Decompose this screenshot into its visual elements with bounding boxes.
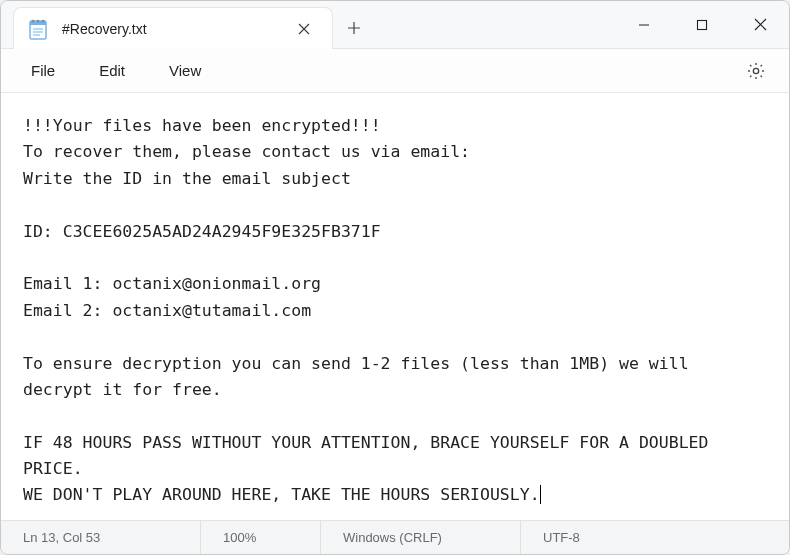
minimize-button[interactable]: [615, 1, 673, 48]
menubar: File Edit View: [1, 49, 789, 93]
close-icon: [298, 23, 310, 35]
text-line: !!!Your files have been encrypted!!!: [23, 116, 381, 135]
svg-point-16: [753, 68, 758, 73]
text-line: Email 2: octanix@tutamail.com: [23, 301, 311, 320]
maximize-icon: [696, 19, 708, 31]
svg-point-4: [42, 19, 45, 22]
notepad-icon: [28, 18, 48, 40]
minimize-icon: [638, 19, 650, 31]
close-window-button[interactable]: [731, 1, 789, 48]
close-tab-button[interactable]: [290, 15, 318, 43]
document-tab[interactable]: #Recovery.txt: [13, 7, 333, 49]
status-line-ending[interactable]: Windows (CRLF): [321, 521, 521, 554]
window-controls: [615, 1, 789, 48]
tab-title: #Recovery.txt: [62, 21, 290, 37]
status-encoding[interactable]: UTF-8: [521, 521, 661, 554]
titlebar: #Recovery.txt: [1, 1, 789, 49]
titlebar-drag-area[interactable]: [375, 1, 615, 48]
menu-edit[interactable]: Edit: [77, 56, 147, 85]
menu-file[interactable]: File: [9, 56, 77, 85]
settings-button[interactable]: [737, 52, 775, 90]
text-caret: [540, 485, 541, 505]
editor-content[interactable]: !!!Your files have been encrypted!!! To …: [1, 93, 789, 520]
svg-point-3: [37, 19, 40, 22]
menu-view[interactable]: View: [147, 56, 223, 85]
text-line: WE DON'T PLAY AROUND HERE, TAKE THE HOUR…: [23, 485, 540, 504]
text-line: ID: C3CEE6025A5AD24A2945F9E325FB371F: [23, 222, 381, 241]
text-line: To ensure decryption you can send 1-2 fi…: [23, 354, 699, 399]
status-zoom[interactable]: 100%: [201, 521, 321, 554]
plus-icon: [347, 21, 361, 35]
notepad-window: #Recovery.txt: [0, 0, 790, 555]
text-line: To recover them, please contact us via e…: [23, 142, 470, 161]
new-tab-button[interactable]: [333, 7, 375, 48]
text-line: IF 48 HOURS PASS WITHOUT YOUR ATTENTION,…: [23, 433, 718, 478]
close-icon: [754, 18, 767, 31]
status-position[interactable]: Ln 13, Col 53: [1, 521, 201, 554]
maximize-button[interactable]: [673, 1, 731, 48]
text-line: Email 1: octanix@onionmail.org: [23, 274, 321, 293]
svg-rect-13: [698, 20, 707, 29]
gear-icon: [746, 61, 766, 81]
statusbar: Ln 13, Col 53 100% Windows (CRLF) UTF-8: [1, 520, 789, 554]
text-line: Write the ID in the email subject: [23, 169, 351, 188]
svg-point-2: [32, 19, 35, 22]
